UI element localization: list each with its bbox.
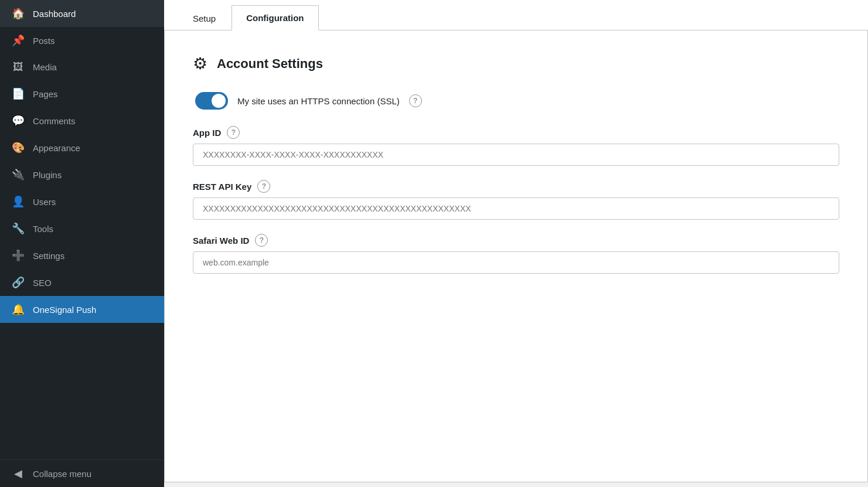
app-id-help-badge[interactable]: ?	[227, 126, 240, 139]
sidebar-item-seo[interactable]: 🔗 SEO	[0, 269, 164, 296]
sidebar-item-posts[interactable]: 📌 Posts	[0, 27, 164, 54]
pages-icon: 📄	[12, 87, 25, 100]
dashboard-icon: 🏠	[12, 7, 25, 20]
posts-icon: 📌	[12, 34, 25, 47]
rest-api-input[interactable]	[193, 197, 839, 220]
rest-api-label-row: REST API Key ?	[193, 180, 839, 193]
app-id-label-row: App ID ?	[193, 126, 839, 139]
section-title: Account Settings	[217, 56, 323, 71]
sidebar-item-appearance[interactable]: 🎨 Appearance	[0, 134, 164, 161]
sidebar-item-media[interactable]: 🖼 Media	[0, 54, 164, 80]
safari-id-help-badge[interactable]: ?	[255, 234, 268, 247]
ssl-toggle-row: My site uses an HTTPS connection (SSL) ?	[193, 92, 839, 110]
sidebar-item-collapse[interactable]: ◀ Collapse menu	[0, 459, 164, 487]
sidebar-label: SEO	[33, 278, 52, 288]
gear-icon: ⚙	[193, 54, 207, 73]
sidebar-label: Tools	[33, 224, 53, 234]
toggle-knob	[212, 94, 226, 108]
comments-icon: 💬	[12, 114, 25, 127]
sidebar: 🏠 Dashboard 📌 Posts 🖼 Media 📄 Pages 💬 Co…	[0, 0, 164, 487]
sidebar-label: Users	[33, 197, 56, 207]
main-content: Setup Configuration ⚙ Account Settings M…	[164, 0, 868, 487]
sidebar-label: Posts	[33, 36, 55, 46]
users-icon: 👤	[12, 195, 25, 208]
app-id-label: App ID	[193, 128, 221, 138]
sidebar-label: Plugins	[33, 170, 62, 180]
collapse-icon: ◀	[12, 467, 25, 480]
sidebar-label: Pages	[33, 89, 58, 99]
section-header: ⚙ Account Settings	[193, 54, 839, 73]
sidebar-item-plugins[interactable]: 🔌 Plugins	[0, 161, 164, 188]
sidebar-label: Comments	[33, 116, 76, 126]
content-panel: ⚙ Account Settings My site uses an HTTPS…	[164, 30, 868, 482]
sidebar-label: Media	[33, 62, 57, 72]
rest-api-label: REST API Key	[193, 182, 251, 192]
tabs-bar: Setup Configuration	[164, 0, 868, 30]
appearance-icon: 🎨	[12, 141, 25, 154]
seo-icon: 🔗	[12, 276, 25, 289]
media-icon: 🖼	[12, 61, 25, 73]
collapse-label: Collapse menu	[33, 469, 91, 479]
sidebar-label: Appearance	[33, 143, 80, 153]
rest-api-field-group: REST API Key ?	[193, 180, 839, 220]
sidebar-label: Settings	[33, 251, 64, 261]
sidebar-label: Dashboard	[33, 9, 76, 19]
safari-id-input[interactable]	[193, 251, 839, 274]
onesignal-icon: 🔔	[12, 303, 25, 316]
ssl-help-badge[interactable]: ?	[409, 94, 422, 107]
tab-setup[interactable]: Setup	[178, 6, 230, 30]
settings-icon: ➕	[12, 249, 25, 262]
safari-id-field-group: Safari Web ID ?	[193, 234, 839, 274]
sidebar-label: OneSignal Push	[33, 305, 96, 315]
tab-configuration[interactable]: Configuration	[232, 5, 318, 30]
app-id-field-group: App ID ?	[193, 126, 839, 166]
ssl-toggle[interactable]	[195, 92, 228, 110]
tools-icon: 🔧	[12, 222, 25, 235]
sidebar-item-pages[interactable]: 📄 Pages	[0, 80, 164, 107]
sidebar-item-settings[interactable]: ➕ Settings	[0, 242, 164, 269]
safari-id-label-row: Safari Web ID ?	[193, 234, 839, 247]
rest-api-help-badge[interactable]: ?	[257, 180, 270, 193]
sidebar-item-users[interactable]: 👤 Users	[0, 188, 164, 215]
sidebar-item-tools[interactable]: 🔧 Tools	[0, 215, 164, 242]
sidebar-item-dashboard[interactable]: 🏠 Dashboard	[0, 0, 164, 27]
ssl-label: My site uses an HTTPS connection (SSL)	[237, 96, 400, 106]
sidebar-item-onesignal[interactable]: 🔔 OneSignal Push	[0, 296, 164, 323]
safari-id-label: Safari Web ID	[193, 236, 249, 246]
app-id-input[interactable]	[193, 144, 839, 166]
sidebar-item-comments[interactable]: 💬 Comments	[0, 107, 164, 134]
plugins-icon: 🔌	[12, 168, 25, 181]
